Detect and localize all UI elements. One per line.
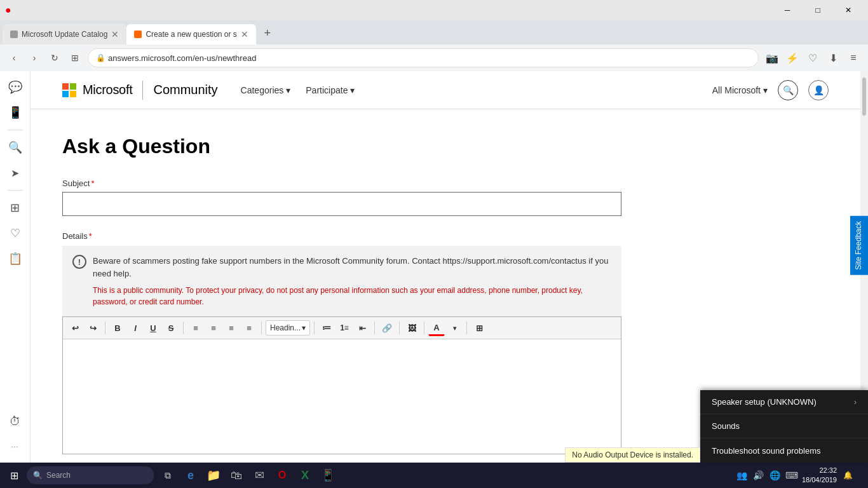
subject-required-star: * bbox=[91, 179, 94, 188]
new-tab-button[interactable]: + bbox=[259, 24, 276, 42]
address-input-field[interactable]: 🔒 answers.microsoft.com/en-us/newthread bbox=[88, 48, 759, 67]
toolbar-separator-7 bbox=[424, 322, 424, 334]
participate-nav-item[interactable]: Participate ▾ bbox=[298, 71, 362, 109]
settings-menu-button[interactable]: ≡ bbox=[845, 50, 862, 66]
heading-arrow: ▾ bbox=[302, 323, 306, 332]
edge-browser-icon[interactable]: e bbox=[180, 465, 201, 485]
keyboard-icon[interactable]: ⌨ bbox=[785, 469, 798, 482]
taskbar-clock: 22:32 18/04/2019 bbox=[802, 466, 837, 485]
file-explorer-icon[interactable]: 📁 bbox=[203, 465, 224, 485]
sidebar-history-icon[interactable]: ⏱ bbox=[4, 410, 26, 432]
heading-label: Headin... bbox=[270, 323, 301, 332]
bullet-list-button[interactable]: ≔ bbox=[318, 320, 335, 336]
sounds-label: Sounds bbox=[712, 421, 740, 431]
grid-view-button[interactable]: ⊞ bbox=[67, 50, 83, 65]
troubleshoot-sound-menu-item[interactable]: Troubleshoot sound problems bbox=[700, 438, 868, 463]
ms-sq-green bbox=[70, 83, 76, 90]
maximize-button[interactable]: □ bbox=[803, 0, 832, 20]
sidebar-favorites-icon[interactable]: ♡ bbox=[4, 222, 26, 244]
speaker-setup-menu-item[interactable]: Speaker setup (UNKNOWN) › bbox=[700, 390, 868, 414]
show-desktop-button[interactable] bbox=[859, 463, 864, 488]
link-button[interactable]: 🔗 bbox=[379, 320, 395, 336]
no-audio-notification: No Audio Output Device is installed. bbox=[565, 447, 700, 463]
image-button[interactable]: 🖼 bbox=[403, 320, 420, 336]
user-avatar-button[interactable]: 👤 bbox=[808, 80, 829, 100]
whatsapp-taskbar-icon[interactable]: 📱 bbox=[318, 465, 338, 485]
refresh-button[interactable]: ↻ bbox=[47, 50, 62, 65]
outdent-button[interactable]: ⇤ bbox=[354, 320, 370, 336]
toolbar-right-icons: 📷 ⚡ ♡ ⬇ ≡ bbox=[764, 50, 862, 66]
justify-button[interactable]: ≡ bbox=[241, 320, 257, 336]
sidebar-search-icon[interactable]: 🔍 bbox=[4, 137, 26, 158]
sidebar-more-icon[interactable]: ··· bbox=[4, 436, 26, 458]
subject-field-group: Subject* bbox=[62, 179, 829, 231]
underline-button[interactable]: U bbox=[145, 320, 161, 336]
excel-icon[interactable]: X bbox=[295, 465, 315, 485]
all-microsoft-label: All Microsoft bbox=[712, 85, 761, 95]
back-button[interactable]: ‹ bbox=[6, 50, 22, 65]
taskbar-time-value: 22:32 bbox=[802, 466, 837, 475]
align-center-button[interactable]: ≡ bbox=[205, 320, 222, 336]
subject-input[interactable] bbox=[62, 192, 621, 216]
sidebar-notes-icon[interactable]: 📋 bbox=[4, 248, 26, 269]
ms-community-label[interactable]: Community bbox=[153, 83, 217, 97]
browser-logo: ● bbox=[5, 4, 11, 16]
favorites-button[interactable]: ♡ bbox=[804, 50, 821, 66]
heading-dropdown[interactable]: Headin... ▾ bbox=[266, 320, 310, 336]
camera-button[interactable]: 📷 bbox=[764, 50, 780, 66]
editor-body[interactable] bbox=[63, 339, 621, 454]
all-microsoft-button[interactable]: All Microsoft ▾ bbox=[712, 85, 768, 95]
opera-icon[interactable]: O bbox=[272, 465, 292, 485]
notification-button[interactable]: 🔔 bbox=[841, 470, 855, 481]
align-right-button[interactable]: ≡ bbox=[223, 320, 240, 336]
speaker-setup-chevron: › bbox=[854, 398, 857, 407]
navbar-search-button[interactable]: 🔍 bbox=[778, 80, 798, 100]
categories-nav-item[interactable]: Categories ▾ bbox=[233, 71, 299, 109]
mail-icon[interactable]: ✉ bbox=[249, 465, 269, 485]
sounds-menu-item[interactable]: Sounds bbox=[700, 414, 868, 438]
lock-icon: 🔒 bbox=[96, 53, 105, 62]
download-button[interactable]: ⬇ bbox=[825, 50, 841, 66]
title-bar: ● ─ □ ✕ bbox=[0, 0, 868, 20]
tab-close-2[interactable]: ✕ bbox=[241, 29, 248, 39]
strikethrough-button[interactable]: S bbox=[163, 320, 179, 336]
table-button[interactable]: ⊞ bbox=[471, 320, 487, 336]
site-feedback-button[interactable]: Site Feedback bbox=[850, 216, 868, 275]
store-icon[interactable]: 🛍 bbox=[226, 465, 247, 485]
taskbar-search-bar[interactable]: 🔍 Search bbox=[27, 466, 154, 484]
user-avatar-icon: 👤 bbox=[813, 85, 824, 95]
tab-microsoft-update[interactable]: Microsoft Update Catalog ✕ bbox=[3, 24, 126, 44]
sidebar-grid-icon[interactable]: ⊞ bbox=[4, 197, 26, 219]
sidebar-send-icon[interactable]: ➤ bbox=[4, 162, 26, 184]
forward-button[interactable]: › bbox=[27, 50, 42, 65]
align-left-button[interactable]: ≡ bbox=[187, 320, 204, 336]
redo-button[interactable]: ↪ bbox=[85, 320, 101, 336]
taskbar: ⊞ 🔍 Search ⧉ e 📁 🛍 ✉ O X 📱 👥 🔊 🌐 ⌨ 22:32… bbox=[0, 463, 868, 488]
numbered-list-button[interactable]: 1≡ bbox=[336, 320, 353, 336]
font-color-button[interactable]: A bbox=[428, 320, 445, 336]
speaker-icon[interactable]: 🔊 bbox=[752, 469, 765, 482]
sidebar-messenger-icon[interactable]: 💬 bbox=[4, 76, 26, 98]
italic-button[interactable]: I bbox=[127, 320, 144, 336]
page-title: Ask a Question bbox=[62, 135, 829, 158]
tab-close-1[interactable]: ✕ bbox=[111, 29, 119, 39]
people-icon[interactable]: 👥 bbox=[736, 469, 749, 482]
tab-create-question[interactable]: Create a new question or s ✕ bbox=[126, 24, 255, 44]
start-button[interactable]: ⊞ bbox=[4, 465, 24, 485]
close-button[interactable]: ✕ bbox=[834, 0, 863, 20]
sidebar-whatsapp-icon[interactable]: 📱 bbox=[4, 102, 26, 123]
task-view-button[interactable]: ⧉ bbox=[158, 465, 178, 485]
undo-button[interactable]: ↩ bbox=[67, 320, 83, 336]
bolt-button[interactable]: ⚡ bbox=[784, 50, 801, 66]
bold-button[interactable]: B bbox=[109, 320, 126, 336]
ms-sq-yellow bbox=[70, 91, 76, 97]
tab-title-active: Create a new question or s bbox=[146, 30, 236, 39]
scrollbar-thumb[interactable] bbox=[862, 78, 866, 116]
ms-logo[interactable]: Microsoft bbox=[62, 83, 132, 97]
navbar-right-section: All Microsoft ▾ 🔍 👤 bbox=[712, 80, 829, 100]
network-icon[interactable]: 🌐 bbox=[769, 469, 782, 482]
font-color-arrow-button[interactable]: ▾ bbox=[446, 320, 463, 336]
ms-navbar-divider bbox=[142, 81, 143, 100]
minimize-button[interactable]: ─ bbox=[773, 0, 802, 20]
categories-label: Categories bbox=[241, 85, 284, 95]
